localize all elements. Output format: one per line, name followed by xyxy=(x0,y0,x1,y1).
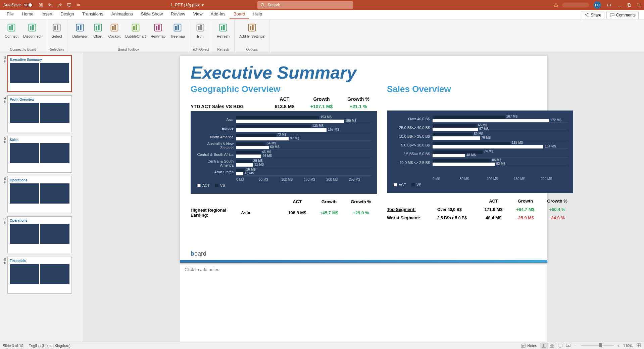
slide-editor-area[interactable]: Executive Summary Geographic Overview AC… xyxy=(83,52,644,342)
slide-thumbnail[interactable]: Sales xyxy=(7,136,72,173)
reading-view-button[interactable] xyxy=(556,343,564,349)
status-bar: Slide 3 of 10 English (United Kingdom) N… xyxy=(0,342,644,349)
filename[interactable]: 1_PPT (10).pptx ▾ xyxy=(170,3,204,7)
tab-file[interactable]: File xyxy=(3,9,18,19)
search-icon xyxy=(260,2,265,8)
svg-rect-9 xyxy=(9,26,11,30)
tab-insert[interactable]: Insert xyxy=(38,9,57,19)
refresh-button[interactable]: Refresh xyxy=(215,21,232,47)
chart-bar-row: North America73 M$97 M$ xyxy=(196,133,371,141)
svg-rect-28 xyxy=(136,25,137,30)
slide-thumbnails-panel[interactable]: 3✱Executive Summary4✱Profit Overview5✱Sa… xyxy=(0,52,83,342)
select-button[interactable]: Select xyxy=(49,21,64,47)
thumb-number: 5 xyxy=(1,136,6,140)
ribbon-display-icon[interactable] xyxy=(604,0,614,10)
ribbon-tabs: FileHomeInsertDesignTransitionsAnimation… xyxy=(0,10,644,19)
sales-chart: Over 40,0 B$107 M$172 M$25,0 B$<> 40,0 B… xyxy=(387,111,573,193)
slide-thumbnail[interactable]: Profit Overview xyxy=(7,95,72,132)
maximize-icon[interactable] xyxy=(625,0,634,10)
fit-button[interactable] xyxy=(636,343,641,349)
dataview-button[interactable]: Dataview xyxy=(70,21,89,47)
search-input[interactable] xyxy=(267,3,350,7)
search-box[interactable] xyxy=(257,1,353,9)
svg-rect-2 xyxy=(608,4,611,6)
present-icon[interactable] xyxy=(64,0,74,10)
tab-transitions[interactable]: Transitions xyxy=(78,9,107,19)
tab-home[interactable]: Home xyxy=(18,9,38,19)
chart-bar-row: 25,0 B$<> 40,0 B$65 M$67 M$ xyxy=(392,123,568,132)
thumb-number: 4 xyxy=(1,95,6,100)
slide-title: Executive Summary xyxy=(191,62,537,83)
notes-pane[interactable]: Click to add notes xyxy=(180,264,547,342)
language-indicator[interactable]: English (United Kingdom) xyxy=(29,344,70,348)
comments-button[interactable]: Comments xyxy=(606,11,639,19)
tab-help[interactable]: Help xyxy=(249,9,266,19)
toggle-knob xyxy=(29,3,32,7)
warning-icon[interactable] xyxy=(553,2,559,8)
slideshow-view-button[interactable] xyxy=(564,343,572,349)
chevron-down-icon: ▾ xyxy=(202,3,204,7)
svg-rect-49 xyxy=(550,346,552,347)
zoom-slider[interactable] xyxy=(581,345,614,346)
minimize-icon[interactable] xyxy=(614,0,624,10)
chart-button[interactable]: Chart xyxy=(90,21,106,47)
notes-button[interactable]: Notes xyxy=(521,343,537,348)
tab-slide-show[interactable]: Slide Show xyxy=(137,9,167,19)
undo-icon[interactable] xyxy=(46,0,55,10)
select-icon xyxy=(51,22,62,33)
zoom-level[interactable]: 110% xyxy=(623,344,633,348)
slide-thumbnail[interactable]: Operations xyxy=(7,216,72,253)
zoom-in-button[interactable]: + xyxy=(617,344,620,348)
svg-rect-36 xyxy=(198,26,200,30)
geo-info-headers: ACT Growth Growth % xyxy=(191,199,377,204)
autosave-toggle[interactable]: Off xyxy=(23,3,33,7)
user-avatar[interactable]: PC xyxy=(594,1,601,9)
autosave-group: AutoSave Off xyxy=(0,3,36,7)
edit-button[interactable]: Edit xyxy=(193,21,208,47)
tab-review[interactable]: Review xyxy=(167,9,189,19)
heatmap-button[interactable]: Heatmap xyxy=(149,21,168,47)
svg-rect-0 xyxy=(67,4,71,6)
disconnect-button[interactable]: Disconnect xyxy=(21,21,43,47)
tab-animations[interactable]: Animations xyxy=(107,9,137,19)
connect-button[interactable]: Connect xyxy=(3,21,20,47)
cockpit-button[interactable]: Cockpit xyxy=(106,21,123,47)
redo-icon[interactable] xyxy=(55,0,64,10)
close-icon[interactable] xyxy=(635,0,644,10)
svg-rect-24 xyxy=(112,26,114,30)
board-logo: board xyxy=(191,250,206,257)
chart-bar-row: Over 40,0 B$107 M$172 M$ xyxy=(392,115,568,123)
treemap-button[interactable]: Treemap xyxy=(168,21,187,47)
normal-view-button[interactable] xyxy=(540,343,548,349)
chart-bar-row: 2,5 B$<> 5,0 B$74 M$48 M$ xyxy=(392,149,568,158)
slide-thumbnail[interactable]: Operations xyxy=(7,176,72,213)
zoom-out-button[interactable]: − xyxy=(575,344,577,348)
bubblechart-button[interactable]: BubbleChart xyxy=(123,21,148,47)
geographic-column: Geographic Overview ACT Growth Growth % … xyxy=(191,84,377,224)
chart-bar-row: Asia153 M$199 M$ xyxy=(196,115,371,124)
add-in-settings-button[interactable]: Add-In Settings xyxy=(237,21,266,47)
tab-view[interactable]: View xyxy=(189,9,207,19)
svg-rect-34 xyxy=(178,25,179,30)
slide-canvas[interactable]: Executive Summary Geographic Overview AC… xyxy=(180,56,547,263)
chart-bar-row: Central & South Africa45 M$46 M$ xyxy=(196,150,371,159)
svg-rect-21 xyxy=(96,26,97,30)
tab-add-ins[interactable]: Add-ins xyxy=(207,9,230,19)
share-button[interactable]: Share xyxy=(581,11,604,19)
add-in-settings-icon xyxy=(247,22,257,33)
slide-thumbnail[interactable]: Executive Summary xyxy=(7,55,72,92)
chart-bar-row: Australia & New Zealand54 M$60 M$ xyxy=(196,141,371,150)
svg-rect-43 xyxy=(252,25,254,30)
save-icon[interactable] xyxy=(36,0,46,10)
customize-qat-icon[interactable] xyxy=(74,0,83,10)
sorter-view-button[interactable] xyxy=(548,343,556,349)
svg-rect-45 xyxy=(542,344,543,347)
chart-bar-row: 10,0 B$<> 25,0 B$59 M$70 M$ xyxy=(392,132,568,141)
slide-indicator[interactable]: Slide 3 of 10 xyxy=(3,344,23,348)
slide-thumbnail[interactable]: Financials xyxy=(7,257,72,294)
tab-design[interactable]: Design xyxy=(56,9,78,19)
chart-icon xyxy=(93,22,103,33)
bubblechart-icon xyxy=(130,22,141,33)
tab-board[interactable]: Board xyxy=(230,9,249,19)
svg-rect-47 xyxy=(550,344,552,345)
